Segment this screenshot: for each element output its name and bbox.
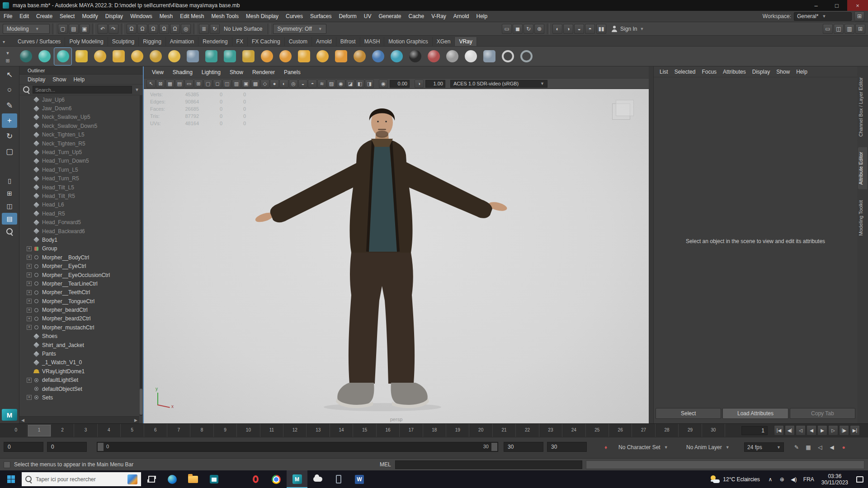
outliner-item[interactable]: Neck_Swallow_Up5 [19,113,139,122]
vray-material-icon[interactable] [36,48,53,65]
playback-options-icon[interactable]: ✎ [792,443,801,452]
minimize-button[interactable]: – [806,0,826,11]
vray-pages-icon[interactable] [73,48,90,65]
outliner-item[interactable]: Shirt_and_Jacket [19,341,139,349]
timeline-tick[interactable]: 30 [702,424,725,437]
outliner-item[interactable]: Body1 [19,235,139,244]
outliner-item[interactable]: Sets [19,393,139,402]
rotate-tool[interactable]: ↻ [2,129,17,143]
taskbar-search-box[interactable]: Taper ici pour rechercher [22,472,141,486]
lighting-display-icon[interactable]: ◓ [585,24,595,34]
vray-fur-icon[interactable] [314,48,331,65]
timeline-tick[interactable]: 18 [423,424,446,437]
bing-daily-icon[interactable] [127,474,137,484]
move-tool[interactable]: + [2,113,17,128]
three-pane-layout-icon[interactable]: ▥ [844,24,854,34]
outliner-item[interactable]: Morpher__EyeCtrl [19,262,139,270]
attribute-editor-menu-item[interactable]: Selected [671,69,699,75]
volume-icon[interactable]: ◀) [788,470,800,488]
snap-point-icon[interactable]: Ω [148,24,158,34]
zoom-tool-button[interactable] [2,225,17,237]
expand-icon[interactable] [27,255,32,260]
menu-item[interactable]: Mesh Tools [208,11,242,22]
input-connections-icon[interactable]: ≣ [199,24,209,34]
shelf-options-icon[interactable]: ▾⊞ [4,50,12,63]
expand-icon[interactable] [27,290,32,295]
shelf-tab[interactable]: Rendering [198,37,232,46]
menu-item[interactable]: Cache [405,11,428,22]
bookmark-icon[interactable]: ▤ [175,80,184,88]
play-backwards-button[interactable]: ◀ [807,425,816,436]
vray-mesh-light-icon[interactable] [147,48,164,65]
timeline-tick[interactable]: 21 [493,424,516,437]
expand-icon[interactable] [27,246,32,251]
render-current-frame-icon[interactable]: ◼ [513,24,523,34]
go-to-start-button[interactable]: |◀ [774,425,784,436]
outliner-item[interactable]: Morpher__TearLineCtrl [19,279,139,288]
step-forward-frame-button[interactable]: ▷ [828,425,838,436]
menu-item[interactable]: Mesh Display [242,11,282,22]
select-button[interactable]: Select [656,408,721,419]
shelf-tab[interactable]: FX Caching [248,37,285,46]
menu-item[interactable]: Generate [375,11,405,22]
viewport-menu-item[interactable]: Shading [168,69,197,75]
step-forward-key-button[interactable]: |▶ [839,425,849,436]
filter-icon[interactable]: ▼ [135,87,139,92]
mute-icon[interactable]: ◁ [816,443,825,452]
gate-mask-icon[interactable]: ◫ [222,80,231,88]
vray-sphere-black-icon[interactable] [406,48,424,65]
mail-icon[interactable] [224,470,245,488]
undo-icon[interactable]: ↶ [98,24,108,34]
outliner-item[interactable]: Morpher_beard2Ctrl [19,314,139,323]
sidebar-vertical-tab[interactable]: Modeling Toolkit [858,196,867,240]
image-plane-icon[interactable]: ▭ [184,80,193,88]
opera-icon[interactable] [245,470,266,488]
construction-history-icon[interactable]: ↻ [210,24,220,34]
timeline-ticks[interactable]: 0123456789101112131415161718192021222324… [5,424,725,437]
outliner-item[interactable]: Neck_Tighten_R5 [19,139,139,148]
shelf-tab[interactable]: XGen [433,37,455,46]
snap-grid-icon[interactable]: Ω [127,24,137,34]
timeline-tick[interactable]: 16 [377,424,400,437]
vray-light-select-icon[interactable] [499,48,516,65]
fps-dropdown[interactable]: 24 fps ▼ [744,442,784,452]
mel-command-input[interactable] [395,460,582,469]
timeline-tick[interactable]: 28 [656,424,679,437]
outliner-item[interactable]: Jaw_Up6 [19,95,139,104]
outliner-item[interactable]: Head_Tilt_R5 [19,192,139,200]
timeline-tick[interactable]: 26 [609,424,632,437]
gamma-icon[interactable]: ◑ [415,80,424,88]
outliner-title[interactable]: Outliner [19,66,143,75]
vray-logo-icon[interactable] [518,48,535,65]
gamma-control[interactable]: ◑ 1.00 [415,80,445,88]
menu-item[interactable]: Mesh [156,11,176,22]
depth-of-field-icon[interactable]: ◉ [336,80,345,88]
maya-taskbar-icon[interactable]: M [287,470,307,488]
menu-item[interactable]: Edit [16,11,33,22]
menu-item[interactable]: File [0,11,16,22]
multisample-aa-icon[interactable]: ▨ [327,80,336,88]
vray-infinite-plane-icon[interactable] [184,48,201,65]
weather-widget[interactable]: 12°C Eclaircies [705,475,764,483]
two-pane-layout-button[interactable]: ◫ [2,200,17,212]
vray-sphere-teal-icon[interactable] [388,48,405,65]
time-slider[interactable]: 0123456789101112131415161718192021222324… [0,423,868,437]
vray-clipper-icon[interactable] [332,48,349,65]
shelf-tab[interactable]: VRay [455,37,476,46]
vray-sphere-blue-icon[interactable] [369,48,387,65]
vray-menu-icon[interactable] [17,48,34,65]
range-slider-bar[interactable]: 0 30 [97,442,498,452]
timeline-tick[interactable]: 1 [28,424,51,437]
paint-select-tool[interactable]: ✎ [2,98,17,113]
file-explorer-icon[interactable] [183,470,203,488]
timeline-tick[interactable]: 29 [679,424,702,437]
film-gate-icon[interactable]: ▢ [203,80,212,88]
outliner-item[interactable]: Jaw_Down6 [19,104,139,113]
outliner-item[interactable]: Head_R5 [19,209,139,218]
timeline-tick[interactable]: 4 [98,424,121,437]
expand-icon[interactable] [27,281,32,286]
four-pane-layout-button[interactable]: ⊞ [2,188,17,199]
character-set-dropdown[interactable]: No Character Set ▼ [616,442,671,452]
timeline-tick[interactable]: 10 [237,424,260,437]
save-scene-icon[interactable]: ▣ [80,24,90,34]
